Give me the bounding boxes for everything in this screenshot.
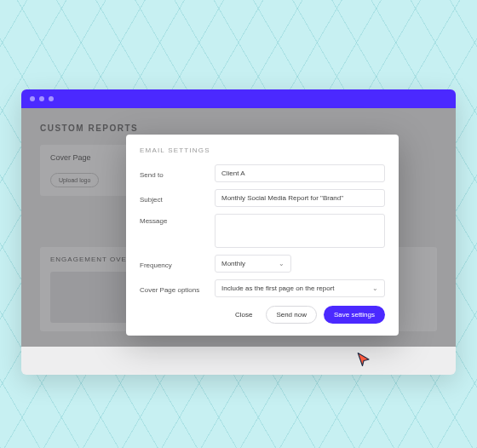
chevron-down-icon: ⌄: [279, 260, 284, 267]
modal-footer: Close Send now Save settings: [140, 306, 385, 324]
window-titlebar: [21, 89, 456, 108]
subject-value: Monthly Social Media Report for "Brand": [221, 194, 343, 202]
message-label: Message: [140, 214, 206, 225]
cover-page-options-label: Cover Page options: [140, 283, 206, 294]
page-background: CUSTOM REPORTS Cover Page Upload logo EN…: [0, 0, 477, 448]
subject-input[interactable]: Monthly Social Media Report for "Brand": [215, 189, 385, 207]
window-control-dot[interactable]: [39, 96, 44, 101]
cover-page-options-select[interactable]: Include as the first page on the report …: [215, 279, 385, 297]
send-now-button[interactable]: Send now: [266, 306, 317, 324]
send-to-label: Send to: [140, 168, 206, 179]
cover-page-options-value: Include as the first page on the report: [221, 284, 335, 292]
subject-label: Subject: [140, 192, 206, 204]
message-textarea[interactable]: [215, 214, 385, 248]
save-settings-button[interactable]: Save settings: [324, 306, 385, 324]
window-control-dot[interactable]: [49, 96, 54, 101]
send-to-input[interactable]: Client A: [215, 164, 385, 182]
send-to-value: Client A: [221, 169, 245, 177]
frequency-label: Frequency: [140, 258, 206, 269]
close-button[interactable]: Close: [228, 307, 259, 323]
email-settings-modal: EMAIL SETTINGS Send to Client A Subject …: [126, 135, 399, 336]
frequency-value: Monthly: [221, 260, 245, 267]
chevron-down-icon: ⌄: [372, 284, 378, 292]
modal-title: EMAIL SETTINGS: [140, 146, 385, 154]
window-control-dot[interactable]: [30, 96, 35, 101]
frequency-select[interactable]: Monthly ⌄: [215, 255, 291, 273]
